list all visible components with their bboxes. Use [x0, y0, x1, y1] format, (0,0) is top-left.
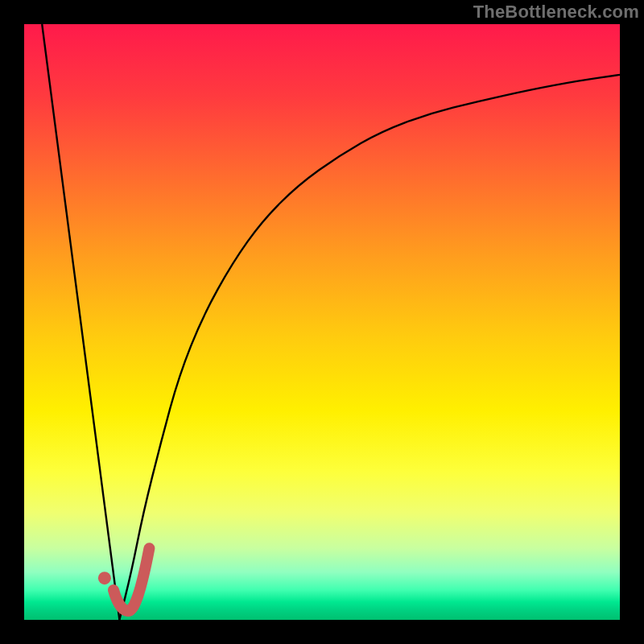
curve-left [42, 24, 119, 620]
plot-area [24, 24, 620, 620]
curve-right [119, 75, 620, 620]
marker-dot [98, 572, 111, 584]
watermark: TheBottleneck.com [473, 2, 639, 23]
chart-frame: TheBottleneck.com [0, 0, 644, 644]
chart-svg [24, 24, 620, 620]
marker-j [114, 548, 149, 611]
